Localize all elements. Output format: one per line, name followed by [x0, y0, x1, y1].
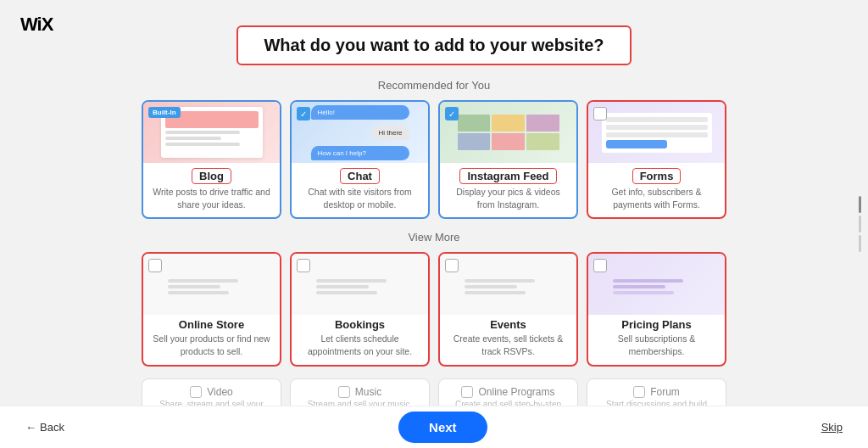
card-pricing-plans-desc: Sell subscriptions & memberships. [588, 333, 725, 364]
card-forum-title: Forum [650, 386, 680, 398]
bubble-left: Hello! [311, 105, 409, 120]
chat-checkmark: ✓ [297, 107, 310, 120]
card-events-title: Events [490, 318, 526, 331]
form-btn-mock [606, 140, 667, 148]
nav-bar: ← Back Next Skip [0, 406, 868, 448]
scroll-dot [859, 216, 861, 232]
online-programs-checkbox [461, 386, 473, 398]
card-online-store-image [143, 254, 280, 315]
scroll-dot [859, 196, 861, 213]
card-chat-desc: Chat with site visitors from desktop or … [292, 186, 428, 217]
card-bookings-desc: Let clients schedule appointments on you… [292, 333, 428, 364]
card-chat[interactable]: ✓ Hello! Hi there How can I help? Chat C… [290, 100, 430, 219]
insta-cell [526, 133, 559, 150]
pricing-plans-checkbox [593, 259, 607, 272]
view-more-cards-row: Online Store Sell your products or find … [142, 252, 726, 366]
insta-cell [492, 133, 525, 150]
forms-checkbox [593, 107, 607, 120]
recommended-cards-row: Built-In Blog Write posts to drive traff… [142, 100, 726, 219]
card-bookings-title: Bookings [335, 318, 385, 331]
card-chat-title: Chat [340, 168, 380, 184]
instagram-checkmark: ✓ [445, 107, 459, 120]
card-instagram-desc: Display your pics & videos from Instagra… [440, 186, 576, 217]
card-forms-title: Forms [632, 168, 682, 184]
back-label: Back [40, 421, 64, 434]
video-checkbox [190, 386, 202, 398]
bookings-checkbox [297, 259, 310, 272]
insta-grid [458, 115, 559, 150]
card-video-title: Video [207, 386, 232, 398]
bubble-right: Hi there [371, 126, 409, 140]
back-button[interactable]: ← Back [25, 421, 64, 434]
online-store-checkbox [148, 259, 162, 272]
card-music-title: Music [355, 386, 381, 398]
card-blog-desc: Write posts to drive traffic and share y… [143, 186, 280, 217]
wix-logo: WiX [20, 14, 53, 36]
skip-button[interactable]: Skip [821, 421, 843, 434]
form-field [606, 132, 708, 137]
bubble-left2: How can I help? [311, 146, 409, 160]
chat-mock: Hello! Hi there How can I help? [305, 102, 415, 163]
card-pricing-plans-title: Pricing Plans [621, 318, 691, 331]
card-forms-desc: Get info, subscribers & payments with Fo… [588, 186, 725, 217]
card-online-programs-title: Online Programs [478, 386, 554, 398]
forms-mock [602, 113, 712, 153]
scroll-indicator [859, 196, 861, 252]
music-checkbox [338, 386, 350, 398]
card-events-desc: Create events, sell tickets & track RSVP… [440, 333, 576, 364]
card-forms-image [588, 102, 725, 163]
card-instagram[interactable]: ✓ Instagram Feed Display your pics & vid… [438, 100, 578, 219]
card-chat-image: ✓ Hello! Hi there How can I help? [292, 102, 428, 163]
card-blog-image: Built-In [143, 102, 280, 163]
forum-checkbox [633, 386, 645, 398]
view-more-label: View More [408, 231, 459, 244]
insta-cell [458, 115, 491, 132]
events-checkbox [445, 259, 459, 272]
insta-cell [458, 133, 491, 150]
card-online-store[interactable]: Online Store Sell your products or find … [142, 252, 281, 366]
main-content: What do you want to add to your website?… [0, 0, 868, 441]
card-blog[interactable]: Built-In Blog Write posts to drive traff… [142, 100, 281, 219]
card-online-store-desc: Sell your products or find new products … [143, 333, 280, 364]
card-bookings[interactable]: Bookings Let clients schedule appointmen… [290, 252, 430, 366]
card-instagram-title: Instagram Feed [459, 168, 556, 184]
card-events-image [440, 254, 576, 315]
insta-cell [526, 115, 559, 132]
form-field [606, 125, 708, 130]
card-pricing-plans[interactable]: Pricing Plans Sell subscriptions & membe… [587, 252, 726, 366]
built-in-badge: Built-In [148, 107, 181, 118]
card-online-store-title: Online Store [179, 318, 244, 331]
card-instagram-image: ✓ [440, 102, 576, 163]
card-pricing-plans-image [588, 254, 725, 315]
main-question: What do you want to add to your website? [236, 25, 631, 65]
recommended-label: Recommended for You [378, 79, 490, 92]
card-forms[interactable]: Forms Get info, subscribers & payments w… [587, 100, 726, 219]
card-blog-title: Blog [192, 168, 231, 184]
card-bookings-image [292, 254, 428, 315]
back-arrow-icon: ← [25, 421, 36, 434]
next-button[interactable]: Next [398, 412, 487, 443]
scroll-dot [859, 235, 861, 252]
card-events[interactable]: Events Create events, sell tickets & tra… [438, 252, 578, 366]
form-field [606, 117, 708, 122]
insta-cell [492, 115, 525, 132]
